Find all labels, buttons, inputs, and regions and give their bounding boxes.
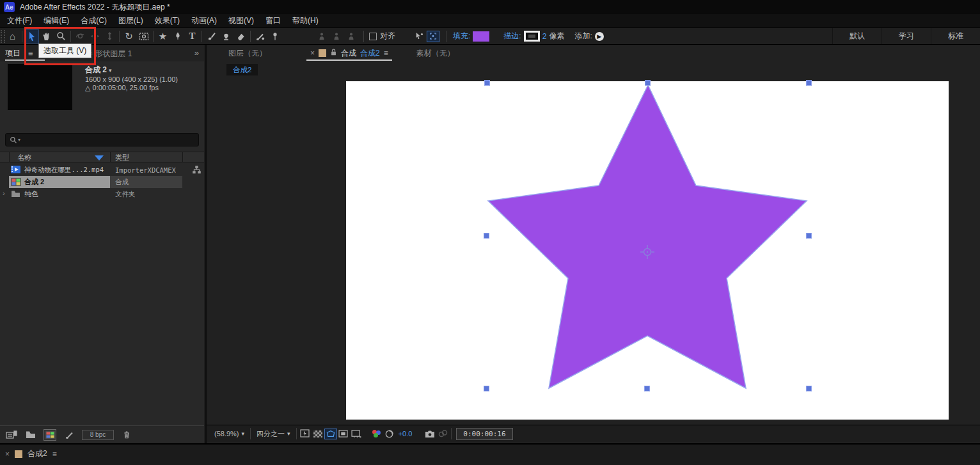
workspace-default[interactable]: 默认 xyxy=(832,28,881,44)
mask-expansion-icon[interactable] xyxy=(427,31,439,42)
panel-overflow-icon[interactable]: » xyxy=(194,48,199,58)
region-of-interest-icon[interactable] xyxy=(337,429,350,439)
table-row-composition-selected[interactable]: 合成 2 合成 xyxy=(0,176,204,188)
selection-handle-top-left[interactable] xyxy=(484,80,490,86)
menu-layer[interactable]: 图层(L) xyxy=(113,15,149,26)
fill-label[interactable]: 填充: xyxy=(453,31,470,42)
render-settings-icon[interactable] xyxy=(63,429,75,441)
workspace-standard[interactable]: 标准 xyxy=(931,28,980,44)
sort-direction-icon[interactable] xyxy=(95,155,104,161)
behind-tool-3[interactable] xyxy=(344,29,358,43)
menu-animation[interactable]: 动画(A) xyxy=(186,15,223,26)
align-toggle[interactable]: 对齐 xyxy=(369,31,395,42)
composition-viewer-panel: 图层（无） × 合成 合成2 ≡ 素材（无） 合成2 xyxy=(205,45,980,443)
selection-handle-top-center[interactable] xyxy=(645,80,651,86)
interpret-footage-icon[interactable] xyxy=(5,429,18,441)
puppet-pin-tool[interactable] xyxy=(267,29,282,43)
timeline-tab[interactable]: × 合成2 ≡ xyxy=(5,448,57,459)
menu-effect[interactable]: 效果(T) xyxy=(149,15,186,26)
flowchart-icon[interactable] xyxy=(193,166,201,175)
home-icon[interactable]: ⌂ xyxy=(5,29,20,43)
menu-window[interactable]: 窗口 xyxy=(260,15,287,26)
roto-brush-tool[interactable] xyxy=(253,29,267,43)
exposure-value[interactable]: +0.0 xyxy=(396,430,415,437)
column-type[interactable]: 类型 xyxy=(115,153,129,162)
fill-color-swatch[interactable] xyxy=(473,31,489,42)
tab-project[interactable]: 项目 xyxy=(0,48,26,59)
camera-tool[interactable] xyxy=(136,29,151,43)
align-checkbox[interactable] xyxy=(369,33,377,40)
behind-tool-1[interactable] xyxy=(314,29,329,43)
snap-cursor-icon[interactable] xyxy=(412,29,427,43)
timeline-panel: × 合成2 ≡ xyxy=(0,443,980,465)
selection-handle-mid-left[interactable] xyxy=(484,233,489,239)
project-panel-menu-icon[interactable]: ≡ xyxy=(26,49,36,58)
composition-selector-chip[interactable]: 合成2 xyxy=(226,64,258,75)
pen-tool[interactable] xyxy=(170,29,185,43)
composition-canvas[interactable] xyxy=(346,81,949,420)
channels-icon[interactable] xyxy=(370,429,383,439)
tab-footage-viewer[interactable]: 素材（无） xyxy=(416,48,455,59)
table-row-folder[interactable]: › 纯色 文件夹 xyxy=(0,188,204,200)
project-search-input[interactable]: ▾ xyxy=(5,133,199,146)
dolly-camera-tool[interactable] xyxy=(102,29,117,43)
brush-tool[interactable] xyxy=(204,29,219,43)
show-snapshot-icon[interactable] xyxy=(436,429,449,439)
selection-handle-mid-right[interactable] xyxy=(806,233,812,239)
lock-icon[interactable] xyxy=(330,48,337,58)
guides-options-icon[interactable] xyxy=(350,429,363,439)
star-shape-layer[interactable] xyxy=(346,81,949,420)
new-composition-icon[interactable] xyxy=(43,429,56,441)
stroke-width-value[interactable]: 2 xyxy=(542,32,547,41)
close-timeline-tab-icon[interactable]: × xyxy=(5,450,10,459)
menu-view[interactable]: 视图(V) xyxy=(223,15,260,26)
menu-composition[interactable]: 合成(C) xyxy=(75,15,113,26)
selection-handle-top-right[interactable] xyxy=(806,80,812,86)
comp-color-label[interactable] xyxy=(319,49,326,57)
selection-handle-bottom-right[interactable] xyxy=(806,386,812,391)
clone-stamp-tool[interactable] xyxy=(219,29,233,43)
trash-icon[interactable] xyxy=(120,429,133,441)
workspace-learn[interactable]: 学习 xyxy=(881,28,931,44)
behind-tool-2[interactable] xyxy=(329,29,344,43)
menu-edit[interactable]: 编辑(E) xyxy=(38,15,75,26)
zoom-tool[interactable] xyxy=(54,29,68,43)
fast-preview-icon[interactable] xyxy=(299,429,312,439)
color-depth-button[interactable]: 8 bpc xyxy=(82,430,114,440)
column-name[interactable]: 名称 xyxy=(17,153,31,162)
comp-info-caret-icon[interactable]: ▾ xyxy=(109,67,112,74)
resolution-dropdown[interactable]: 四分之一▾ xyxy=(253,429,294,439)
tab-composition-viewer[interactable]: × 合成 合成2 ≡ xyxy=(304,45,395,61)
search-options-caret-icon[interactable]: ▾ xyxy=(18,137,20,143)
selection-handle-bottom-center[interactable] xyxy=(644,386,650,391)
add-shape-icon[interactable]: ▶ xyxy=(595,32,604,41)
rotate-tool[interactable]: ↻ xyxy=(122,29,136,43)
current-timecode[interactable]: 0:00:00:16 xyxy=(456,428,512,440)
new-folder-icon[interactable] xyxy=(24,429,37,441)
shape-tool-star[interactable]: ★ xyxy=(155,29,170,43)
selection-tool[interactable] xyxy=(24,29,39,43)
orbit-camera-tool[interactable] xyxy=(73,29,88,43)
exposure-reset-icon[interactable] xyxy=(383,429,396,439)
stroke-label[interactable]: 描边: xyxy=(503,31,521,42)
timeline-comp-color-label[interactable] xyxy=(15,450,22,458)
stroke-color-swatch[interactable] xyxy=(524,31,540,42)
text-tool[interactable]: T xyxy=(185,29,200,43)
hand-tool[interactable] xyxy=(39,29,54,43)
zoom-level-dropdown[interactable]: (58.9%)▾ xyxy=(210,430,248,437)
transparency-grid-icon[interactable] xyxy=(312,429,324,439)
timeline-tab-menu-icon[interactable]: ≡ xyxy=(52,450,57,459)
table-row-footage[interactable]: 神奇动物在哪里...2.mp4 ImporterXDCAMEX xyxy=(0,164,204,176)
folder-expander-icon[interactable]: › xyxy=(3,189,5,197)
eraser-tool[interactable] xyxy=(233,29,248,43)
mask-visibility-icon[interactable] xyxy=(324,429,337,439)
toolbar-grip[interactable] xyxy=(1,30,5,43)
menu-help[interactable]: 帮助(H) xyxy=(287,15,324,26)
pan-camera-tool[interactable] xyxy=(88,29,102,43)
viewer-tab-menu-icon[interactable]: ≡ xyxy=(384,49,388,58)
selection-handle-bottom-left[interactable] xyxy=(484,386,489,391)
close-tab-icon[interactable]: × xyxy=(310,49,315,58)
menu-file[interactable]: 文件(F) xyxy=(1,15,38,26)
tab-layer-viewer[interactable]: 图层（无） xyxy=(228,48,267,59)
snapshot-icon[interactable] xyxy=(423,429,436,439)
